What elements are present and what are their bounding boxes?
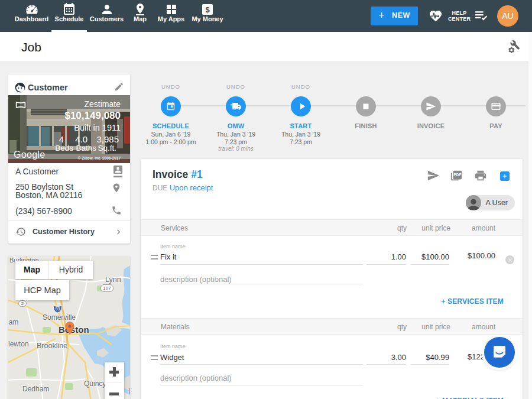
svg-text:93: 93 (56, 307, 60, 311)
svg-text:$: $ (205, 5, 210, 14)
svg-text:PDF: PDF (453, 173, 461, 177)
